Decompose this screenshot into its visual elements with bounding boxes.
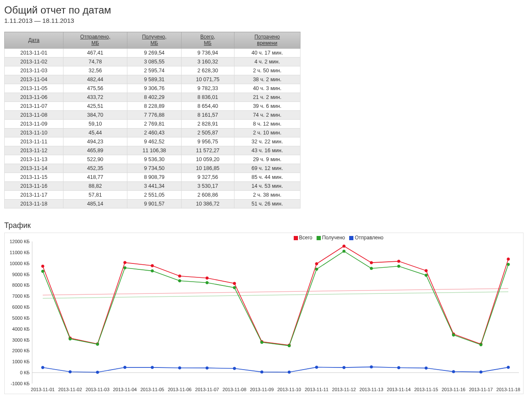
table-row: 2013-11-04482,449 589,3110 071,7538 ч. 2… [5,75,300,84]
cell: 69 ч. 12 мин. [234,164,300,173]
cell: 2013-11-07 [5,102,63,111]
svg-text:2013-11-01: 2013-11-01 [31,387,55,392]
cell: 2 ч. 38 мин. [234,191,300,200]
col-header-4[interactable]: Потраченовремени [234,32,300,49]
cell: 3 160,32 [181,58,234,66]
svg-point-80 [260,370,263,373]
cell: 2013-11-08 [5,111,63,120]
table-row: 2013-11-08384,707 776,888 161,5774 ч. 2 … [5,111,300,120]
svg-text:3000 КБ: 3000 КБ [12,337,30,343]
cell: 384,70 [63,111,127,120]
table-row: 2013-11-1688,823 441,343 530,1714 ч. 53 … [5,182,300,191]
cell: 32 ч. 22 мин. [234,137,300,146]
cell: 9 782,33 [181,84,234,93]
cell: 51 ч. 26 мин. [234,200,300,208]
cell: 2013-11-06 [5,93,63,102]
svg-text:2013-11-05: 2013-11-05 [141,387,164,392]
cell: 3 441,34 [127,182,182,191]
legend-item-sent: Отправлено [349,235,383,241]
cell: 2013-11-13 [5,155,63,164]
cell: 74 ч. 2 мин. [234,111,300,120]
cell: 452,35 [63,164,127,173]
table-row: 2013-11-13522,909 536,3010 059,2029 ч. 9… [5,155,300,164]
svg-point-63 [288,344,290,347]
cell: 32,56 [63,66,127,75]
svg-point-74 [96,371,99,373]
svg-text:6000 КБ: 6000 КБ [12,304,30,310]
cell: 10 059,20 [181,155,234,164]
svg-point-65 [343,250,345,252]
svg-text:7000 КБ: 7000 КБ [12,293,30,299]
svg-point-61 [233,286,236,289]
svg-point-49 [397,260,400,263]
cell: 10 386,72 [181,200,234,208]
cell: 2013-11-09 [5,120,63,129]
svg-point-66 [370,267,372,269]
svg-point-82 [315,366,318,368]
svg-text:2013-11-09: 2013-11-09 [250,387,274,392]
cell: 9 327,56 [181,173,234,182]
table-row: 2013-11-05475,569 306,769 782,3340 ч. 3 … [5,84,300,93]
cell: 2 ч. 50 мин. [234,66,300,75]
cell: 2013-11-03 [5,66,63,75]
date-range: 1.11.2013 — 18.11.2013 [4,17,528,24]
cell: 40 ч. 3 мин. [234,84,300,93]
svg-point-40 [151,264,154,267]
cell: 3 530,17 [181,182,234,191]
svg-point-54 [41,270,44,272]
chart-title: Трафик [4,221,528,230]
cell: 9 956,75 [181,137,234,146]
svg-point-81 [288,371,290,373]
cell: 2013-11-02 [5,58,63,66]
table-row: 2013-11-11494,239 462,529 956,7532 ч. 22… [5,137,300,146]
svg-point-46 [315,263,318,265]
svg-text:8000 КБ: 8000 КБ [12,282,30,288]
cell: 9 269,54 [127,49,182,58]
table-row: 2013-11-15418,778 908,799 327,5685 ч. 44… [5,173,300,182]
col-header-3[interactable]: Всего,МБ [181,32,234,49]
svg-point-59 [178,280,181,282]
cell: 2013-11-01 [5,49,63,58]
svg-text:11000 КБ: 11000 КБ [10,250,30,255]
cell: 9 736,94 [181,49,234,58]
table-row: 2013-11-1757,812 551,052 608,862 ч. 38 м… [5,191,300,200]
cell: 2 505,87 [181,129,234,137]
chart-legend: Всего Получено Отправлено [294,235,384,241]
cell: 3 085,55 [127,58,182,66]
svg-point-85 [397,366,400,369]
svg-point-55 [69,337,72,340]
svg-text:2013-11-08: 2013-11-08 [223,387,246,392]
cell: 9 536,30 [127,155,182,164]
svg-point-71 [507,263,510,266]
cell: 485,14 [63,200,127,208]
table-row: 2013-11-0959,102 769,812 828,918 ч. 12 м… [5,120,300,129]
cell: 10 186,85 [181,164,234,173]
svg-point-39 [124,261,126,264]
table-row: 2013-11-01467,419 269,549 736,9440 ч. 17… [5,49,300,58]
svg-point-73 [69,370,72,373]
cell: 7 776,88 [127,111,182,120]
cell: 2013-11-10 [5,129,63,137]
svg-text:2013-11-18: 2013-11-18 [496,387,520,392]
svg-point-47 [343,245,345,247]
svg-point-50 [425,269,427,272]
svg-text:9000 КБ: 9000 КБ [12,272,30,277]
cell: 11 106,38 [127,146,182,155]
cell: 8 836,01 [181,93,234,102]
col-header-1[interactable]: Отправлено,МБ [63,32,127,49]
svg-point-64 [315,268,318,270]
cell: 8 402,29 [127,93,182,102]
col-header-2[interactable]: Получено,МБ [127,32,182,49]
cell: 2013-11-11 [5,137,63,146]
svg-text:1000 КБ: 1000 КБ [12,359,30,364]
cell: 10 071,75 [181,75,234,84]
cell: 8 654,40 [181,102,234,111]
cell: 9 734,50 [127,164,182,173]
cell: 11 572,27 [181,146,234,155]
svg-point-57 [124,266,126,269]
svg-text:2013-11-06: 2013-11-06 [168,387,191,392]
col-header-0[interactable]: Дата [5,32,63,49]
svg-text:-1000 КБ: -1000 КБ [11,381,30,386]
cell: 9 306,76 [127,84,182,93]
cell: 2013-11-16 [5,182,63,191]
